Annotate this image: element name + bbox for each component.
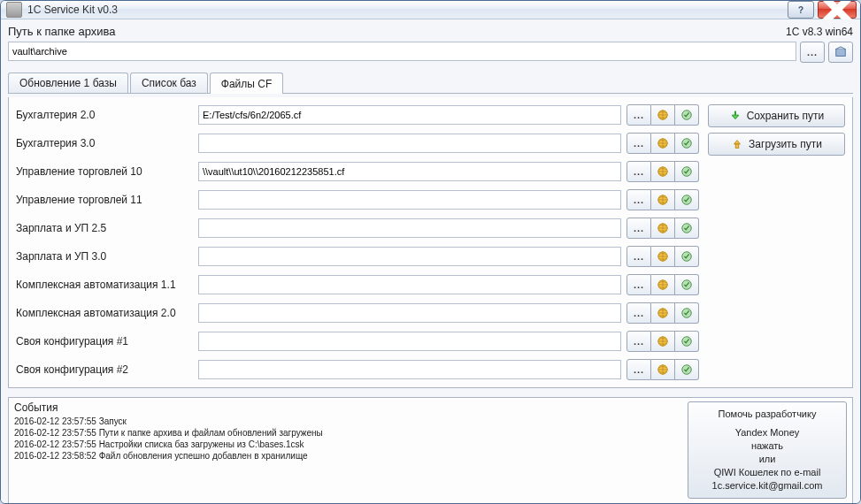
donate-line1: Помочь разработчику bbox=[692, 408, 842, 421]
config-path-input[interactable] bbox=[198, 134, 621, 153]
vault-icon bbox=[680, 109, 693, 121]
config-path-input[interactable] bbox=[198, 218, 621, 238]
config-row: Бухгалтерия 3.0... bbox=[16, 133, 699, 154]
tab-update[interactable]: Обновление 1 базы bbox=[8, 73, 128, 93]
globe-icon bbox=[657, 137, 669, 149]
donate-line3: нажать bbox=[692, 439, 842, 453]
browse-file-button[interactable]: ... bbox=[627, 302, 651, 324]
window-title: 1C Service Kit v0.3 bbox=[27, 4, 784, 16]
download-button[interactable] bbox=[651, 274, 675, 295]
arrow-up-icon bbox=[731, 138, 743, 150]
add-to-vault-button[interactable] bbox=[675, 189, 699, 210]
download-button[interactable] bbox=[651, 104, 675, 126]
close-button[interactable] bbox=[818, 1, 857, 19]
add-to-vault-button[interactable] bbox=[675, 161, 699, 182]
download-button[interactable] bbox=[651, 359, 675, 380]
events-title: События bbox=[14, 401, 680, 414]
globe-icon bbox=[657, 194, 669, 206]
config-buttons: ... bbox=[627, 274, 699, 295]
load-paths-button[interactable]: Загрузить пути bbox=[708, 133, 845, 156]
add-to-vault-button[interactable] bbox=[675, 218, 699, 239]
open-archive-button[interactable] bbox=[828, 42, 853, 63]
globe-icon bbox=[657, 279, 669, 291]
config-path-input[interactable] bbox=[198, 332, 621, 351]
browse-file-button[interactable]: ... bbox=[627, 218, 651, 239]
config-row: Зарплата и УП 3.0... bbox=[16, 246, 699, 267]
vault-icon bbox=[680, 363, 693, 376]
donate-button[interactable]: Помочь разработчику Yandex Money нажать … bbox=[688, 401, 847, 499]
config-label: Бухгалтерия 2.0 bbox=[16, 109, 193, 121]
config-buttons: ... bbox=[627, 359, 699, 380]
config-label: Своя конфигурация #1 bbox=[16, 335, 193, 347]
globe-icon bbox=[657, 109, 669, 121]
browse-file-button[interactable]: ... bbox=[627, 274, 651, 295]
config-path-input[interactable] bbox=[198, 162, 621, 181]
tab-content: Бухгалтерия 2.0...Бухгалтерия 3.0...Упра… bbox=[8, 97, 853, 388]
download-button[interactable] bbox=[651, 189, 675, 210]
config-label: Своя конфигурация #2 bbox=[16, 363, 193, 376]
config-path-input[interactable] bbox=[198, 360, 621, 379]
config-path-input[interactable] bbox=[198, 190, 621, 210]
browse-file-button[interactable]: ... bbox=[627, 331, 651, 352]
dots-icon: ... bbox=[634, 223, 644, 233]
config-path-input[interactable] bbox=[198, 247, 621, 266]
globe-icon bbox=[657, 335, 669, 347]
add-to-vault-button[interactable] bbox=[675, 331, 699, 352]
vault-icon bbox=[680, 250, 693, 263]
browse-file-button[interactable]: ... bbox=[627, 189, 651, 210]
vault-icon bbox=[680, 194, 693, 206]
vault-icon bbox=[680, 222, 693, 234]
dots-icon: ... bbox=[634, 364, 644, 375]
browse-file-button[interactable]: ... bbox=[627, 133, 651, 154]
add-to-vault-button[interactable] bbox=[675, 133, 699, 154]
globe-icon bbox=[657, 363, 669, 376]
add-to-vault-button[interactable] bbox=[675, 359, 699, 380]
globe-icon bbox=[657, 222, 669, 234]
add-to-vault-button[interactable] bbox=[675, 302, 699, 324]
add-to-vault-button[interactable] bbox=[675, 246, 699, 267]
events-panel: События 2016-02-12 23:57:55 Запуск2016-0… bbox=[8, 397, 853, 504]
donate-line6: 1c.service.kit@gmail.com bbox=[692, 479, 842, 493]
svg-rect-0 bbox=[836, 50, 846, 57]
dots-icon: ... bbox=[634, 279, 644, 290]
titlebar[interactable]: 1C Service Kit v0.3 ? bbox=[1, 1, 860, 19]
download-button[interactable] bbox=[651, 133, 675, 154]
app-window: 1C Service Kit v0.3 ? Путь к папке архив… bbox=[0, 0, 861, 504]
archive-path-input[interactable] bbox=[8, 42, 796, 61]
tab-list[interactable]: Список баз bbox=[130, 73, 208, 93]
config-label: Комплексная автоматизация 1.1 bbox=[16, 279, 193, 291]
browse-file-button[interactable]: ... bbox=[627, 161, 651, 182]
add-to-vault-button[interactable] bbox=[675, 104, 699, 126]
config-label: Комплексная автоматизация 2.0 bbox=[16, 307, 193, 319]
config-buttons: ... bbox=[627, 133, 699, 154]
dots-icon: ... bbox=[634, 138, 644, 149]
tab-files[interactable]: Файлы CF bbox=[210, 73, 283, 94]
download-button[interactable] bbox=[651, 218, 675, 239]
download-button[interactable] bbox=[651, 246, 675, 267]
config-path-input[interactable] bbox=[198, 275, 621, 294]
add-to-vault-button[interactable] bbox=[675, 274, 699, 295]
events-log: События 2016-02-12 23:57:55 Запуск2016-0… bbox=[14, 401, 680, 499]
browse-file-button[interactable]: ... bbox=[627, 246, 651, 267]
log-line: 2016-02-12 23:57:55 Настройки списка баз… bbox=[14, 439, 680, 450]
config-path-input[interactable] bbox=[198, 105, 621, 125]
browse-file-button[interactable]: ... bbox=[627, 359, 651, 380]
help-button[interactable]: ? bbox=[788, 1, 814, 19]
config-buttons: ... bbox=[627, 189, 699, 210]
config-path-input[interactable] bbox=[198, 303, 621, 323]
config-buttons: ... bbox=[627, 302, 699, 324]
download-button[interactable] bbox=[651, 161, 675, 182]
dots-icon: ... bbox=[634, 336, 644, 347]
browse-archive-button[interactable]: ... bbox=[800, 42, 825, 63]
dots-icon: ... bbox=[807, 47, 818, 57]
download-button[interactable] bbox=[651, 331, 675, 352]
form-column: Бухгалтерия 2.0...Бухгалтерия 3.0...Упра… bbox=[16, 104, 699, 380]
donate-line5: QIWI Кошелек по e-mail bbox=[692, 466, 842, 479]
save-paths-button[interactable]: Сохранить пути bbox=[708, 104, 845, 127]
browse-file-button[interactable]: ... bbox=[627, 104, 651, 126]
download-button[interactable] bbox=[651, 302, 675, 324]
archive-path-row: ... bbox=[8, 42, 853, 63]
config-row: Комплексная автоматизация 1.1... bbox=[16, 274, 699, 295]
config-row: Управление торговлей 11... bbox=[16, 189, 699, 210]
vault-icon bbox=[680, 279, 693, 291]
